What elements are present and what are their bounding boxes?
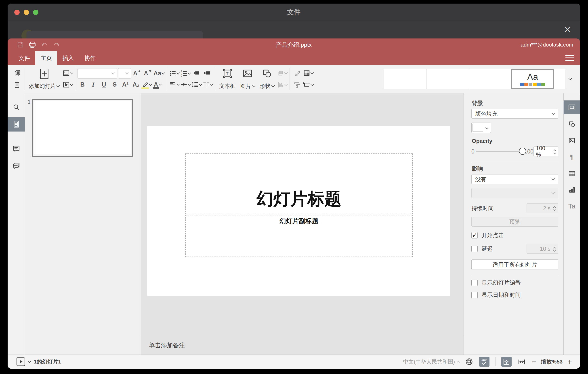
decrease-font-button[interactable]: A (143, 68, 153, 78)
notes-area[interactable]: 单击添加备注 (141, 336, 463, 354)
start-slideshow-button[interactable] (63, 80, 73, 90)
effect-select[interactable]: 没有 (471, 174, 558, 184)
add-slide-button[interactable]: 添加幻灯片 (27, 68, 61, 90)
spinner[interactable] (552, 246, 557, 251)
tab-collaboration[interactable]: 协作 (79, 51, 101, 65)
color-scheme-button[interactable] (303, 68, 314, 78)
change-case-button[interactable]: Aa (154, 68, 164, 78)
theme-gallery-expand-button[interactable] (565, 69, 575, 89)
chevron-down-icon (158, 82, 162, 86)
theme-option[interactable] (554, 69, 565, 89)
italic-button[interactable]: I (88, 80, 98, 89)
undo-icon[interactable] (38, 40, 51, 50)
font-name-combo[interactable] (77, 68, 117, 78)
slide-settings-icon[interactable] (564, 100, 580, 114)
close-icon[interactable]: ✕ (561, 23, 574, 36)
paste-icon[interactable] (12, 80, 22, 90)
title-placeholder[interactable]: 幻灯片标题 (185, 154, 413, 214)
table-settings-icon[interactable] (564, 167, 580, 180)
chevron-down-icon (252, 84, 255, 88)
insert-image-button[interactable]: 图片 (239, 68, 257, 90)
menu-icon[interactable] (565, 54, 574, 62)
increase-font-button[interactable]: A (132, 68, 142, 78)
chat-icon[interactable] (8, 158, 25, 173)
opacity-slider-knob[interactable] (519, 148, 526, 155)
paragraph-settings-icon[interactable]: ¶ (564, 150, 580, 164)
show-slide-number-checkbox[interactable] (471, 280, 478, 286)
slide-size-button[interactable] (303, 80, 314, 90)
subtitle-placeholder[interactable]: 幻灯片副标题 (185, 215, 413, 257)
spellcheck-icon[interactable]: ABC (479, 357, 490, 367)
font-size-combo[interactable] (118, 68, 131, 78)
bullet-list-button[interactable] (169, 68, 179, 78)
search-icon[interactable] (8, 100, 25, 115)
start-on-click-checkbox[interactable] (471, 232, 478, 238)
vertical-align-button[interactable] (180, 80, 190, 89)
strikethrough-button[interactable]: S (110, 80, 119, 89)
slide[interactable]: 幻灯片标题 幻灯片副标题 (147, 126, 450, 296)
preview-button[interactable]: 预览 (471, 217, 558, 227)
duration-input[interactable]: 2 s (526, 203, 558, 213)
comments-icon[interactable] (8, 141, 25, 156)
insert-textbox-button[interactable]: T 文本框 (218, 68, 237, 90)
decrease-indent-button[interactable] (191, 68, 201, 78)
insert-shape-button[interactable]: 形状 (258, 68, 276, 90)
textart-settings-icon[interactable]: Ta (564, 199, 580, 213)
zoom-in-button[interactable]: + (567, 358, 572, 365)
spinner[interactable] (553, 149, 557, 154)
subscript-button[interactable]: A₂ (131, 80, 141, 89)
spinner[interactable] (552, 206, 557, 211)
image-settings-icon[interactable] (564, 134, 580, 148)
underline-button[interactable]: U (99, 80, 109, 89)
slide-layout-button[interactable] (63, 68, 73, 78)
highlight-color-button[interactable] (142, 80, 152, 89)
background-color-picker[interactable] (471, 122, 491, 133)
theme-option[interactable] (469, 69, 511, 89)
redo-icon[interactable] (51, 40, 63, 50)
clear-style-button[interactable] (292, 68, 302, 78)
font-color-button[interactable]: A (153, 80, 162, 89)
language-selector[interactable]: 中文(中华人民共和国) (403, 358, 459, 365)
theme-option[interactable] (427, 69, 469, 89)
align-shapes-button[interactable] (277, 80, 287, 90)
save-icon[interactable] (14, 40, 26, 50)
tab-file[interactable]: 文件 (13, 51, 35, 65)
chevron-down-icon (552, 191, 555, 194)
zoom-out-button[interactable]: − (532, 358, 536, 365)
tab-home[interactable]: 主页 (35, 51, 57, 65)
superscript-button[interactable]: A² (120, 80, 130, 89)
effect-type-select[interactable] (471, 188, 558, 198)
bold-button[interactable]: B (77, 80, 87, 89)
horizontal-align-button[interactable] (169, 80, 179, 89)
set-language-icon[interactable] (464, 357, 474, 367)
chevron-down-icon[interactable] (28, 360, 31, 363)
tab-insert[interactable]: 插入 (57, 51, 79, 65)
fit-to-width-icon[interactable] (516, 357, 527, 367)
apply-to-all-slides-button[interactable]: 适用于所有幻灯片 (471, 259, 558, 270)
slides-panel-icon[interactable] (8, 117, 25, 132)
columns-button[interactable] (203, 80, 213, 89)
theme-option[interactable] (384, 69, 427, 89)
increase-indent-button[interactable] (202, 68, 212, 78)
background-fill-select[interactable]: 颜色填充 (471, 109, 558, 119)
delay-checkbox[interactable] (471, 246, 478, 252)
fit-to-slide-icon[interactable] (501, 357, 512, 367)
opacity-input[interactable]: 100 % (534, 146, 558, 156)
shape-settings-icon[interactable] (564, 117, 580, 131)
copy-icon[interactable] (12, 68, 22, 78)
editor-header: 产品介绍.pptx adm***@dootask.com 文件 主页 插入 协作 (8, 38, 580, 65)
print-icon[interactable] (26, 40, 38, 50)
add-slide-label: 添加幻灯片 (29, 83, 56, 90)
chart-settings-icon[interactable] (564, 183, 580, 197)
theme-option-selected[interactable]: Aa (511, 69, 554, 89)
delay-input[interactable]: 10 s (526, 244, 558, 254)
opacity-slider[interactable] (476, 151, 522, 152)
slide-thumbnail-1[interactable] (32, 99, 133, 157)
arrange-shapes-button[interactable] (277, 68, 287, 78)
numbered-list-button[interactable]: 123 (180, 68, 190, 78)
copy-style-button[interactable] (292, 80, 302, 90)
line-spacing-button[interactable] (191, 80, 202, 89)
show-date-time-checkbox[interactable] (471, 292, 478, 298)
slide-canvas[interactable]: 幻灯片标题 幻灯片副标题 (141, 93, 463, 336)
start-slideshow-status-icon[interactable] (17, 357, 25, 366)
